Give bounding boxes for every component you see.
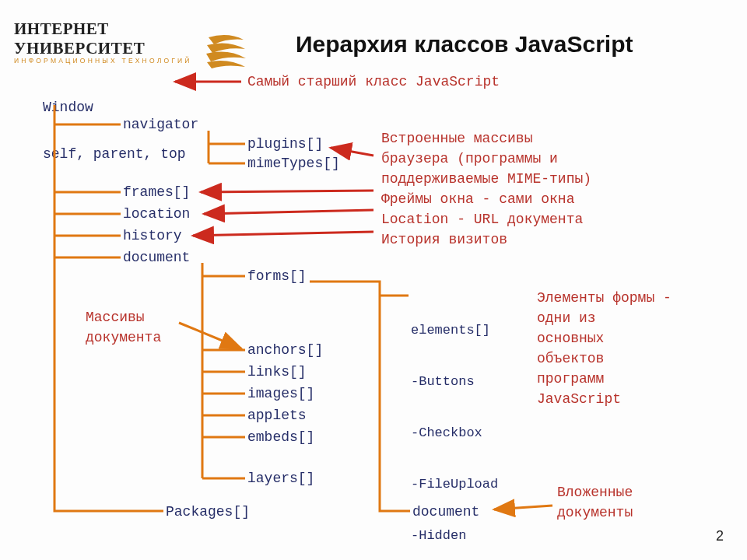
node-plugins: plugins[] [247,136,323,152]
logo-swoosh-icon [205,33,247,74]
node-embeds: embeds[] [247,429,314,445]
page-number: 2 [716,528,724,544]
node-packages: Packages[] [166,504,250,520]
node-layers: layers[] [247,471,314,486]
svg-line-1 [331,148,374,156]
node-applets: applets [247,408,307,423]
node-anchors: anchors[] [247,342,323,358]
node-images: images[] [247,386,314,401]
svg-line-5 [179,323,241,348]
page-title: Иерархия классов JavaScript [296,31,633,58]
node-layers-document: document [412,504,479,520]
logo: ИНТЕРНЕТ УНИВЕРСИТЕТ ИНФОРМАЦИОННЫХ ТЕХН… [14,19,240,65]
node-forms: forms[] [247,268,307,284]
node-history: history [123,228,182,243]
svg-line-3 [204,210,374,214]
svg-line-6 [494,506,552,509]
node-location: location [123,206,190,222]
node-mimetypes: mimeTypes[] [247,156,340,171]
annotation-root: Самый старший класс JavaScript [247,74,500,89]
node-navigator: navigator [123,117,198,132]
node-document: document [123,250,190,265]
annotation-docarrays: Массивы документа [86,307,161,348]
node-frames: frames[] [123,184,190,200]
svg-line-4 [193,232,374,236]
annotation-formelements: Элементы формы - одни из основных объект… [537,288,672,409]
annotation-nested: Вложенные документы [557,482,633,523]
svg-line-2 [201,191,374,192]
annotation-browser: Встроенные массивы браузера (программы и… [381,128,591,250]
node-links: links[] [247,364,307,380]
